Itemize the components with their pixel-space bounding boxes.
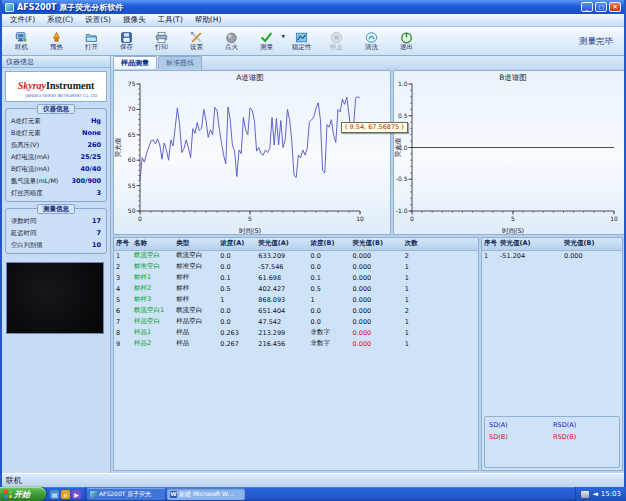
- minimize-icon[interactable]: _: [581, 2, 593, 12]
- table-row[interactable]: 8样品1样品0.263213.299非数字0.0001: [114, 327, 478, 338]
- chart-b-panel[interactable]: B道谱图-1.0-0.50.00.51.00510时间(S)荧光值: [393, 70, 624, 235]
- table-row[interactable]: 3标样1标样0.161.6980.10.0001: [114, 272, 478, 283]
- quick-desktop-icon[interactable]: ▤: [50, 490, 59, 499]
- chart-a[interactable]: A道谱图5055606570750510时间(S)荧光值: [114, 71, 390, 235]
- ignite-button[interactable]: 点火: [214, 28, 249, 55]
- exit-button[interactable]: 退出: [389, 28, 424, 55]
- settings-button[interactable]: 设置: [179, 28, 214, 55]
- table-cell: 样品空白: [132, 316, 174, 327]
- toolbar-button-label: 稳定性: [292, 44, 312, 51]
- table-row[interactable]: 9样品2样品0.267216.456非数字0.0001: [114, 338, 478, 349]
- info-row: B灯电流(mA)40/40: [8, 163, 104, 175]
- stat-label-sda: SD(A): [489, 421, 551, 429]
- save-button[interactable]: 保存: [109, 28, 144, 55]
- toolbar-button-label: 设置: [190, 44, 203, 51]
- table-row[interactable]: 5标样3标样1868.09310.0001: [114, 294, 478, 305]
- menu-item-5[interactable]: 帮助(H): [189, 14, 228, 26]
- task-word-document[interactable]: W新建 Microsoft W...: [167, 488, 245, 500]
- column-header: 类型: [174, 238, 218, 250]
- info-row-label: 灯丝亮暗度: [11, 189, 42, 198]
- table-cell: 3: [114, 272, 132, 283]
- menu-item-3[interactable]: 摄像头: [117, 14, 152, 26]
- results-cell: -51.204: [498, 250, 562, 261]
- table-cell: 0.267: [218, 338, 256, 349]
- info-row-label: 空白判别值: [11, 241, 42, 250]
- chart-a-panel[interactable]: A道谱图5055606570750510时间(S)荧光值: [113, 70, 391, 235]
- table-cell: 4: [114, 283, 132, 294]
- table-cell: 1: [403, 338, 478, 349]
- info-row-value: 3: [96, 189, 101, 197]
- open-button[interactable]: 打开: [74, 28, 109, 55]
- quick-ie-icon[interactable]: e: [61, 490, 70, 499]
- table-cell: 样品1: [132, 327, 174, 338]
- stability-button[interactable]: 稳定性: [284, 28, 319, 55]
- column-header: 荧光值(A): [256, 238, 308, 250]
- table-cell: 标样3: [132, 294, 174, 305]
- svg-text:时间(S): 时间(S): [502, 227, 524, 235]
- tab-sample-measurement[interactable]: 样品测量: [113, 56, 157, 69]
- results-cell: 0.000: [562, 250, 622, 261]
- menu-item-4[interactable]: 工具(T): [151, 14, 188, 26]
- table-row[interactable]: 7样品空白样品空白0.047.5420.00.0001: [114, 316, 478, 327]
- table-cell: 7: [114, 316, 132, 327]
- table-cell: 载流空白: [174, 305, 218, 316]
- column-header: 序号: [114, 238, 132, 250]
- menu-item-2[interactable]: 设置(S): [79, 14, 117, 26]
- svg-text:55: 55: [128, 182, 136, 189]
- info-group-title: 仪器信息: [37, 104, 75, 114]
- table-cell: 样品: [174, 327, 218, 338]
- tray-device-icon[interactable]: [581, 491, 589, 498]
- table-cell: 0.5: [309, 283, 351, 294]
- table-cell: 标准空白: [174, 261, 218, 272]
- info-row: A道灯元素Hg: [8, 115, 104, 127]
- brand-logo: SkyrayInstrument JIANGSU SKYRAY INSTRUME…: [5, 71, 107, 102]
- table-cell: 8: [114, 327, 132, 338]
- start-button[interactable]: 开始: [0, 487, 46, 501]
- table-cell: 1: [403, 294, 478, 305]
- close-icon[interactable]: ✕: [609, 2, 621, 12]
- menu-item-0[interactable]: 文件(F): [4, 14, 41, 26]
- svg-text:75: 75: [128, 80, 136, 87]
- measure-button[interactable]: 测量▼: [249, 28, 284, 55]
- preheat-button[interactable]: 预热: [39, 28, 74, 55]
- svg-text:荧光值: 荧光值: [114, 137, 122, 157]
- toolbar-button-label: 测量: [260, 44, 273, 51]
- table-row[interactable]: 2标准空白标准空白0.0-57.5460.00.0001: [114, 261, 478, 272]
- info-row-label: 延迟时间: [11, 229, 36, 238]
- table-cell: 0.263: [218, 327, 256, 338]
- svg-text:5: 5: [511, 215, 515, 222]
- clean-button[interactable]: 清洗: [354, 28, 389, 55]
- info-group-0: 仪器信息A道灯元素HgB道灯元素None负高压(V)260A灯电流(mA)25/…: [5, 108, 107, 202]
- tray-volume-icon[interactable]: ◄: [592, 490, 597, 498]
- menu-item-1[interactable]: 系统(C): [41, 14, 79, 26]
- task-afs200t[interactable]: AFS200T 原子荧光: [87, 488, 165, 500]
- svg-text:0.5: 0.5: [398, 112, 408, 119]
- restore-icon[interactable]: □: [595, 2, 607, 12]
- info-row-label: 氩气流量(mL/M): [11, 177, 58, 186]
- info-row-value: 25/25: [81, 153, 101, 161]
- status-text: 联机: [6, 475, 22, 486]
- chart-b[interactable]: B道谱图-1.0-0.50.00.51.00510时间(S)荧光值: [394, 71, 624, 235]
- quick-player-icon[interactable]: ▶: [72, 490, 81, 499]
- results-row[interactable]: 1-51.2040.000: [482, 250, 622, 261]
- table-cell: 6: [114, 305, 132, 316]
- table-cell: 0.0: [309, 316, 351, 327]
- info-row: A灯电流(mA)25/25: [8, 151, 104, 163]
- svg-text:荧光值: 荧光值: [394, 137, 402, 157]
- taskbar: 开始 ▤e▶ AFS200T 原子荧光W新建 Microsoft W... ◄ …: [0, 487, 626, 501]
- tab-standard-curve[interactable]: 标准曲线: [158, 56, 202, 69]
- table-cell: 标准空白: [132, 261, 174, 272]
- table-row[interactable]: 1载流空白载流空白0.0633.2090.00.0002: [114, 250, 478, 261]
- table-row[interactable]: 6载流空白1载流空白0.0651.4040.00.0002: [114, 305, 478, 316]
- table-cell: 载流空白: [132, 250, 174, 261]
- svg-text:0: 0: [138, 215, 142, 222]
- stop-button[interactable]: 停止: [319, 28, 354, 55]
- taskbar-clock: 15:03: [601, 490, 621, 498]
- table-cell: 402.427: [256, 283, 308, 294]
- toolbar-button-label: 清洗: [365, 44, 378, 51]
- info-row-value: 300/900: [71, 177, 101, 185]
- connect-button[interactable]: 联机: [4, 28, 39, 55]
- print-button[interactable]: 打印: [144, 28, 179, 55]
- table-row[interactable]: 4标样2标样0.5402.4270.50.0001: [114, 283, 478, 294]
- svg-text:时间(S): 时间(S): [239, 227, 261, 235]
